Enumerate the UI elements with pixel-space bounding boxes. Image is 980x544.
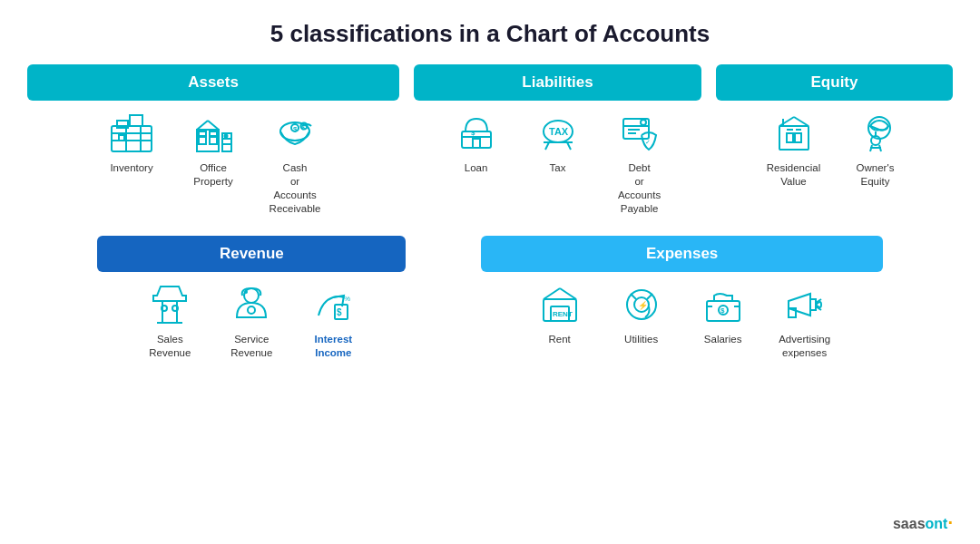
- brand-dot: ·: [947, 512, 953, 532]
- service-revenue-icon: [225, 281, 278, 328]
- debt-accounts-label: DebtorAccountsPayable: [618, 161, 661, 216]
- inventory-icon: [105, 110, 158, 157]
- svg-line-32: [567, 142, 571, 150]
- equity-header: Equity: [716, 64, 953, 101]
- debt-accounts-icon: ✓: [613, 110, 666, 157]
- utilities-item: ⚡ Utilities: [605, 281, 678, 346]
- tax-item: TAX Tax: [522, 110, 594, 175]
- right-spacer: [897, 236, 953, 360]
- svg-point-59: [248, 306, 255, 314]
- svg-text:$: $: [471, 129, 475, 137]
- salaries-item: $ Salaries: [687, 281, 760, 346]
- owners-equity-item: Owner'sEquity: [839, 110, 912, 189]
- service-revenue-label: ServiceRevenue: [230, 333, 272, 360]
- assets-header: Assets: [27, 64, 399, 101]
- svg-text:TAX: TAX: [549, 126, 569, 137]
- assets-items: Inventory: [27, 101, 399, 216]
- utilities-label: Utilities: [624, 333, 658, 346]
- owners-equity-label: Owner'sEquity: [857, 161, 895, 189]
- tax-icon: TAX: [532, 110, 584, 157]
- svg-rect-9: [199, 137, 206, 144]
- cash-accounts-label: CashorAccountsReceivable: [270, 161, 321, 216]
- loan-item: $ Loan: [440, 110, 513, 175]
- svg-point-56: [172, 306, 178, 311]
- svg-point-58: [244, 290, 248, 294]
- left-spacer: [27, 236, 83, 360]
- interest-income-item: $ % InterestIncome: [297, 281, 369, 360]
- svg-text:$: $: [337, 307, 342, 317]
- assets-section: Assets: [27, 64, 399, 216]
- interest-income-icon: $ %: [307, 281, 359, 328]
- residential-value-item: ResidencialValue: [758, 110, 830, 189]
- revenue-section: Revenue SalesRevenue: [97, 236, 406, 360]
- office-property-label: OfficeProperty: [193, 161, 232, 189]
- utilities-icon: ⚡: [615, 281, 668, 328]
- svg-line-40: [779, 117, 794, 126]
- revenue-header: Revenue: [97, 236, 406, 272]
- inventory-label: Inventory: [110, 161, 152, 175]
- svg-line-64: [544, 288, 560, 299]
- svg-text:✓: ✓: [645, 139, 651, 145]
- svg-text:$: $: [720, 306, 725, 315]
- loan-label: Loan: [465, 161, 488, 175]
- equity-section: Equity: [716, 64, 953, 216]
- svg-rect-2: [130, 115, 142, 126]
- owners-equity-icon: [849, 110, 902, 157]
- svg-line-31: [545, 142, 549, 150]
- revenue-items: SalesRevenue ServiceRevenue: [97, 272, 406, 360]
- inventory-item: Inventory: [95, 110, 168, 175]
- liabilities-section: Liabilities $ Loan: [414, 64, 701, 216]
- salaries-label: Salaries: [704, 333, 742, 346]
- svg-text:$: $: [293, 125, 298, 133]
- sales-revenue-item: SalesRevenue: [133, 281, 206, 360]
- rent-label: Rent: [548, 333, 570, 346]
- rent-item: RENT Rent: [524, 281, 596, 346]
- svg-rect-42: [787, 133, 793, 142]
- residential-value-icon: [768, 110, 820, 157]
- office-property-icon: [187, 110, 240, 157]
- svg-rect-76: [810, 299, 816, 310]
- svg-rect-7: [119, 135, 124, 141]
- svg-rect-8: [197, 130, 219, 151]
- expenses-section: Expenses RENT Rent: [481, 236, 882, 360]
- svg-point-55: [162, 306, 167, 311]
- svg-rect-0: [112, 126, 152, 151]
- svg-text:$: $: [301, 124, 305, 131]
- page-title: 5 classifications in a Chart of Accounts: [0, 0, 980, 64]
- sales-revenue-label: SalesRevenue: [149, 333, 191, 360]
- office-property-item: OfficeProperty: [177, 110, 250, 189]
- loan-icon: $: [450, 110, 503, 157]
- svg-rect-10: [210, 137, 217, 144]
- brand-text: saas: [893, 516, 926, 531]
- rent-icon: RENT: [534, 281, 586, 328]
- svg-point-18: [225, 135, 228, 138]
- liabilities-items: $ Loan TAX Tax: [414, 101, 701, 216]
- svg-line-65: [560, 288, 576, 299]
- salaries-icon: $: [697, 281, 750, 328]
- equity-items: ResidencialValue: [716, 101, 953, 189]
- svg-point-35: [641, 120, 646, 125]
- top-row: Assets: [27, 64, 953, 216]
- expenses-header: Expenses: [481, 236, 882, 272]
- svg-text:RENT: RENT: [553, 310, 573, 318]
- advertising-label: Advertisingexpenses: [779, 333, 830, 360]
- advertising-item: Advertisingexpenses: [769, 281, 841, 360]
- service-revenue-item: ServiceRevenue: [215, 281, 288, 360]
- mid-spacer: [420, 236, 466, 360]
- cash-accounts-item: $ $ CashorAccountsReceivable: [259, 110, 331, 216]
- debt-accounts-item: ✓ DebtorAccountsPayable: [603, 110, 676, 216]
- svg-line-13: [197, 121, 208, 130]
- svg-rect-11: [199, 131, 206, 136]
- svg-rect-12: [210, 131, 217, 136]
- svg-text:⚡: ⚡: [638, 300, 649, 311]
- main-container: Assets: [0, 64, 980, 360]
- svg-line-41: [794, 117, 808, 126]
- advertising-icon: [779, 281, 831, 328]
- cash-accounts-icon: $ $: [269, 110, 321, 157]
- svg-rect-25: [473, 139, 480, 148]
- svg-text:%: %: [344, 295, 350, 303]
- tax-label: Tax: [550, 161, 566, 175]
- liabilities-header: Liabilities: [414, 64, 701, 101]
- interest-income-label: InterestIncome: [315, 333, 353, 360]
- sales-revenue-icon: [143, 281, 196, 328]
